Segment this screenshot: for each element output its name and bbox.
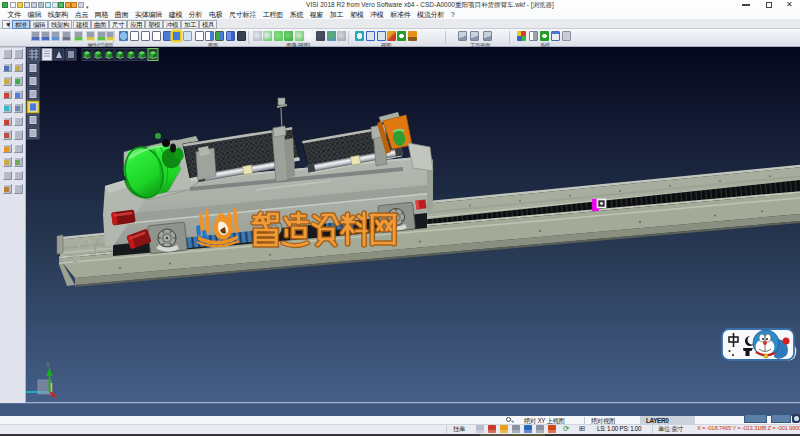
svg-text:Y: Y [46,362,50,368]
